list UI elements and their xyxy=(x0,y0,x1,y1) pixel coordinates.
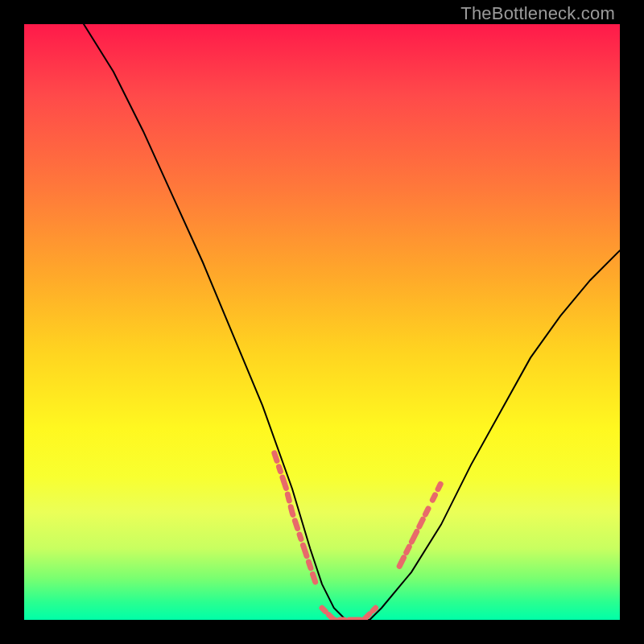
watermark-text: TheBottleneck.com xyxy=(460,3,615,24)
bottleneck-curve xyxy=(84,24,620,620)
highlight-valley-floor xyxy=(322,608,376,620)
chart-svg xyxy=(24,24,620,620)
highlight-dashes xyxy=(275,453,441,620)
highlight-right-ascent xyxy=(399,483,441,567)
chart-frame: TheBottleneck.com xyxy=(0,0,644,644)
highlight-left-descent xyxy=(275,453,316,584)
plot-area xyxy=(24,24,620,620)
